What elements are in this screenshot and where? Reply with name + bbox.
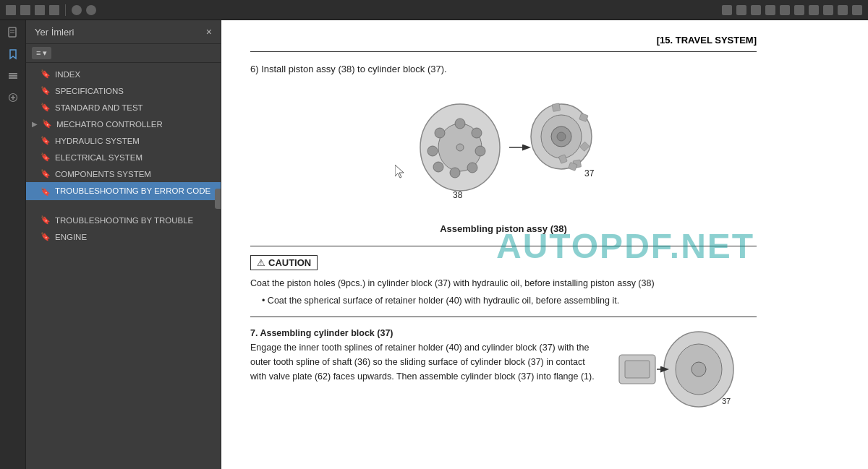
sidebar-collapse-handle[interactable]	[215, 189, 221, 209]
caution-triangle-icon: ⚠	[257, 257, 265, 268]
sidebar-item-components[interactable]: 🔖 COMPONENTS SYSTEM	[26, 165, 221, 182]
content-area[interactable]: AUTOPDF.NET [15. TRAVEL SYSTEM] 6) Insta…	[221, 20, 868, 469]
section-divider-1	[250, 246, 757, 246]
svg-point-13	[450, 168, 460, 178]
toolbar-icon-8[interactable]	[736, 5, 746, 15]
main-layout: Yer İmleri × ≡ ▾ 🔖 INDEX 🔖 SPECIFICATION…	[0, 20, 868, 469]
step7-body: Engage the inner tooth splines of retain…	[250, 343, 595, 382]
svg-point-10	[472, 128, 482, 138]
bookmark-icon: 🔖	[41, 187, 51, 197]
step7-section: 7. Assembling cylinder block (37) Engage…	[250, 326, 757, 416]
svg-rect-35	[625, 361, 650, 378]
svg-point-15	[427, 146, 438, 156]
document-header: [15. TRAVEL SYSTEM]	[250, 35, 757, 52]
diagram-piston-assy: 37 38	[250, 86, 757, 209]
toolbar-icon-7[interactable]	[722, 5, 732, 15]
nav-label-troubleshooting-trouble: TROUBLESHOOTING BY TROUBLE	[55, 216, 193, 225]
bookmark-icon: 🔖	[41, 232, 51, 241]
toolbar-icon-11[interactable]	[780, 5, 790, 15]
svg-text:38: 38	[453, 190, 463, 200]
caution-line1: Coat the piston holes (9pcs.) in cylinde…	[250, 276, 757, 291]
caution-box: ⚠ CAUTION	[250, 255, 318, 270]
sidebar-item-specifications[interactable]: 🔖 SPECIFICATIONS	[26, 82, 221, 99]
nav-label-index: INDEX	[55, 70, 80, 79]
nav-label-mechatro: MECHATRO CONTROLLER	[56, 120, 163, 129]
toolbar-icon-2[interactable]	[20, 5, 30, 15]
piston-diagram-svg: 37 38	[395, 86, 612, 209]
bookmarks-icon[interactable]	[5, 46, 21, 62]
toolbar-separator	[65, 4, 66, 16]
toolbar-icon-12[interactable]	[794, 5, 804, 15]
step6-text: 6) Install piston assy (38) to cylinder …	[250, 64, 757, 74]
nav-label-specifications: SPECIFICATIONS	[55, 87, 124, 95]
toolbar-icon-6[interactable]	[86, 5, 96, 15]
bookmark-icon: 🔖	[41, 69, 51, 79]
sidebar-item-mechatro[interactable]: ▶ 🔖 MECHATRO CONTROLLER	[26, 116, 221, 132]
sidebar-item-hydraulic[interactable]: 🔖 HYDRAULIC SYSTEM	[26, 132, 221, 149]
bookmark-icon: 🔖	[41, 169, 51, 178]
sidebar-item-troubleshooting-trouble[interactable]: 🔖 TROUBLESHOOTING BY TROUBLE	[26, 212, 221, 228]
pages-icon[interactable]	[5, 25, 21, 40]
nav-label-engine: ENGINE	[55, 233, 87, 241]
sidebar-menu-button[interactable]: ≡ ▾	[32, 47, 51, 59]
attach-icon[interactable]	[5, 90, 21, 106]
nav-label-components: COMPONENTS SYSTEM	[55, 170, 151, 178]
toolbar-icon-15[interactable]	[838, 5, 848, 15]
caution-label: CAUTION	[268, 257, 311, 268]
caution-line2: • Coat the spherical surface of retainer…	[262, 293, 757, 308]
top-toolbar	[0, 0, 868, 20]
toolbar-icon-4[interactable]	[49, 5, 59, 15]
svg-rect-4	[9, 75, 17, 77]
svg-point-11	[475, 146, 485, 156]
bookmark-icon: 🔖	[41, 152, 51, 162]
sidebar-item-engine[interactable]: 🔖 ENGINE	[26, 228, 221, 245]
sidebar-close-button[interactable]: ×	[206, 26, 212, 38]
sidebar: Yer İmleri × ≡ ▾ 🔖 INDEX 🔖 SPECIFICATION…	[26, 20, 221, 469]
caution-section: ⚠ CAUTION Coat the piston holes (9pcs.) …	[250, 255, 757, 308]
svg-point-12	[467, 163, 477, 173]
svg-point-14	[433, 162, 443, 172]
nav-label-electrical: ELECTRICAL SYSTEM	[55, 153, 142, 162]
travel-system-title: [15. TRAVEL SYSTEM]	[657, 35, 757, 46]
sidebar-toolbar: ≡ ▾	[26, 44, 221, 63]
toolbar-icon-3[interactable]	[35, 5, 45, 15]
nav-label-hydraulic: HYDRAULIC SYSTEM	[55, 137, 140, 145]
svg-rect-5	[9, 77, 17, 79]
sidebar-item-electrical[interactable]: 🔖 ELECTRICAL SYSTEM	[26, 149, 221, 165]
bookmark-icon: 🔖	[41, 136, 51, 145]
sidebar-item-standard-test[interactable]: 🔖 STANDARD AND TEST	[26, 99, 221, 116]
svg-text:37: 37	[722, 397, 731, 405]
svg-point-9	[455, 119, 465, 129]
bookmark-icon: 🔖	[41, 86, 51, 95]
sidebar-item-index[interactable]: 🔖 INDEX	[26, 66, 221, 82]
svg-point-33	[692, 362, 706, 377]
sidebar-header: Yer İmleri ×	[26, 20, 221, 44]
expand-arrow-icon: ▶	[32, 120, 38, 128]
layers-icon[interactable]	[5, 68, 21, 84]
toolbar-icon-1[interactable]	[6, 5, 16, 15]
step7-heading: 7. Assembling cylinder block (37)	[250, 328, 393, 338]
assembling-caption: Assembling piston assy (38)	[250, 223, 757, 234]
bookmark-icon: 🔖	[41, 215, 51, 225]
nav-label-standard-test: STANDARD AND TEST	[55, 103, 143, 112]
svg-text:37: 37	[584, 168, 595, 178]
bookmark-icon: 🔖	[41, 103, 51, 112]
svg-point-16	[435, 128, 445, 138]
step7-diagram: 37	[612, 326, 757, 416]
cylinder-block-diagram-svg: 37	[612, 326, 742, 413]
svg-rect-3	[9, 73, 17, 74]
toolbar-icon-10[interactable]	[765, 5, 775, 15]
toolbar-icon-5[interactable]	[72, 5, 82, 15]
sidebar-title: Yer İmleri	[35, 27, 74, 38]
toolbar-icon-9[interactable]	[751, 5, 761, 15]
svg-point-28	[557, 132, 566, 141]
toolbar-icon-14[interactable]	[823, 5, 833, 15]
document-content: [15. TRAVEL SYSTEM] 6) Install piston as…	[221, 20, 786, 430]
toolbar-icon-16[interactable]	[852, 5, 862, 15]
toolbar-icon-13[interactable]	[809, 5, 819, 15]
svg-point-17	[456, 144, 464, 151]
sidebar-nav: 🔖 INDEX 🔖 SPECIFICATIONS 🔖 STANDARD AND …	[26, 63, 221, 469]
svg-rect-21	[552, 103, 561, 112]
icon-rail	[0, 20, 26, 469]
section-divider-2	[250, 317, 757, 317]
